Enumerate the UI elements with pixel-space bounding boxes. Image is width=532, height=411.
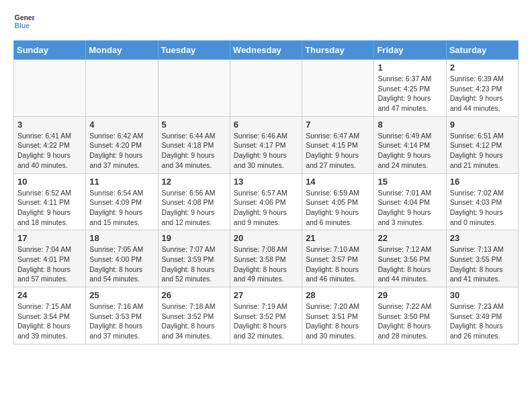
calendar-week-row: 24Sunrise: 7:15 AM Sunset: 3:54 PM Dayli…: [14, 287, 519, 345]
day-info: Sunrise: 7:10 AM Sunset: 3:57 PM Dayligh…: [306, 244, 370, 284]
calendar-cell: 30Sunrise: 7:23 AM Sunset: 3:49 PM Dayli…: [446, 287, 518, 345]
day-info: Sunrise: 7:18 AM Sunset: 3:52 PM Dayligh…: [162, 302, 226, 341]
day-info: Sunrise: 7:19 AM Sunset: 3:52 PM Dayligh…: [234, 302, 298, 341]
calendar-cell: [302, 60, 374, 117]
calendar-cell: 25Sunrise: 7:16 AM Sunset: 3:53 PM Dayli…: [86, 287, 158, 345]
calendar-week-row: 3Sunrise: 6:41 AM Sunset: 4:22 PM Daylig…: [14, 116, 519, 173]
day-info: Sunrise: 7:16 AM Sunset: 3:53 PM Dayligh…: [89, 302, 154, 341]
day-number: 4: [89, 120, 154, 130]
day-info: Sunrise: 7:15 AM Sunset: 3:54 PM Dayligh…: [17, 302, 82, 341]
day-info: Sunrise: 7:12 AM Sunset: 3:56 PM Dayligh…: [378, 244, 442, 284]
day-number: 29: [378, 290, 442, 300]
day-info: Sunrise: 7:07 AM Sunset: 3:59 PM Dayligh…: [162, 244, 226, 284]
calendar-cell: [158, 60, 230, 117]
calendar-cell: 21Sunrise: 7:10 AM Sunset: 3:57 PM Dayli…: [302, 230, 374, 287]
day-number: 20: [234, 233, 298, 243]
calendar-table: SundayMondayTuesdayWednesdayThursdayFrid…: [13, 40, 519, 345]
calendar-cell: 8Sunrise: 6:49 AM Sunset: 4:14 PM Daylig…: [374, 116, 446, 173]
calendar-cell: [86, 60, 158, 117]
calendar-cell: 16Sunrise: 7:02 AM Sunset: 4:03 PM Dayli…: [446, 173, 518, 230]
calendar-cell: 28Sunrise: 7:20 AM Sunset: 3:51 PM Dayli…: [302, 287, 374, 345]
calendar-cell: 22Sunrise: 7:12 AM Sunset: 3:56 PM Dayli…: [374, 230, 446, 287]
day-number: 16: [450, 177, 515, 187]
day-number: 15: [378, 177, 442, 187]
day-number: 19: [162, 233, 226, 243]
calendar-day-header: Monday: [86, 41, 158, 60]
day-number: 24: [17, 290, 82, 300]
calendar-cell: 26Sunrise: 7:18 AM Sunset: 3:52 PM Dayli…: [158, 287, 230, 345]
calendar-day-header: Tuesday: [158, 41, 230, 60]
calendar-day-header: Wednesday: [230, 41, 302, 60]
day-info: Sunrise: 7:04 AM Sunset: 4:01 PM Dayligh…: [17, 244, 82, 284]
day-info: Sunrise: 6:46 AM Sunset: 4:17 PM Dayligh…: [234, 131, 298, 171]
calendar-week-row: 10Sunrise: 6:52 AM Sunset: 4:11 PM Dayli…: [14, 173, 519, 230]
calendar-cell: 19Sunrise: 7:07 AM Sunset: 3:59 PM Dayli…: [158, 230, 230, 287]
calendar-day-header: Sunday: [14, 41, 86, 60]
day-info: Sunrise: 6:42 AM Sunset: 4:20 PM Dayligh…: [89, 131, 154, 171]
header: General Blue: [13, 11, 519, 32]
day-info: Sunrise: 6:51 AM Sunset: 4:12 PM Dayligh…: [450, 131, 515, 171]
day-info: Sunrise: 7:22 AM Sunset: 3:50 PM Dayligh…: [378, 302, 442, 341]
day-info: Sunrise: 7:08 AM Sunset: 3:58 PM Dayligh…: [234, 244, 298, 284]
calendar-cell: [14, 60, 86, 117]
day-info: Sunrise: 7:23 AM Sunset: 3:49 PM Dayligh…: [450, 302, 515, 341]
calendar-cell: 29Sunrise: 7:22 AM Sunset: 3:50 PM Dayli…: [374, 287, 446, 345]
calendar-cell: 24Sunrise: 7:15 AM Sunset: 3:54 PM Dayli…: [14, 287, 86, 345]
calendar-cell: 4Sunrise: 6:42 AM Sunset: 4:20 PM Daylig…: [86, 116, 158, 173]
calendar-cell: 2Sunrise: 6:39 AM Sunset: 4:23 PM Daylig…: [446, 60, 518, 117]
calendar-cell: 17Sunrise: 7:04 AM Sunset: 4:01 PM Dayli…: [14, 230, 86, 287]
calendar-cell: 10Sunrise: 6:52 AM Sunset: 4:11 PM Dayli…: [14, 173, 86, 230]
calendar-cell: 18Sunrise: 7:05 AM Sunset: 4:00 PM Dayli…: [86, 230, 158, 287]
day-number: 9: [450, 120, 515, 130]
day-number: 14: [306, 177, 370, 187]
day-info: Sunrise: 6:49 AM Sunset: 4:14 PM Dayligh…: [378, 131, 442, 171]
day-info: Sunrise: 7:02 AM Sunset: 4:03 PM Dayligh…: [450, 188, 515, 228]
day-number: 5: [162, 120, 226, 130]
day-info: Sunrise: 6:56 AM Sunset: 4:08 PM Dayligh…: [162, 188, 226, 228]
day-info: Sunrise: 7:05 AM Sunset: 4:00 PM Dayligh…: [89, 244, 154, 284]
day-number: 21: [306, 233, 370, 243]
day-info: Sunrise: 6:47 AM Sunset: 4:15 PM Dayligh…: [306, 131, 370, 171]
day-info: Sunrise: 6:37 AM Sunset: 4:25 PM Dayligh…: [378, 74, 442, 113]
day-info: Sunrise: 7:13 AM Sunset: 3:55 PM Dayligh…: [450, 244, 515, 284]
calendar-cell: 27Sunrise: 7:19 AM Sunset: 3:52 PM Dayli…: [230, 287, 302, 345]
day-number: 22: [378, 233, 442, 243]
day-info: Sunrise: 6:41 AM Sunset: 4:22 PM Dayligh…: [17, 131, 82, 171]
calendar-cell: 7Sunrise: 6:47 AM Sunset: 4:15 PM Daylig…: [302, 116, 374, 173]
day-info: Sunrise: 7:20 AM Sunset: 3:51 PM Dayligh…: [306, 302, 370, 341]
calendar-cell: 6Sunrise: 6:46 AM Sunset: 4:17 PM Daylig…: [230, 116, 302, 173]
calendar-cell: 1Sunrise: 6:37 AM Sunset: 4:25 PM Daylig…: [374, 60, 446, 117]
calendar-cell: 15Sunrise: 7:01 AM Sunset: 4:04 PM Dayli…: [374, 173, 446, 230]
calendar-day-header: Friday: [374, 41, 446, 60]
calendar-week-row: 17Sunrise: 7:04 AM Sunset: 4:01 PM Dayli…: [14, 230, 519, 287]
day-number: 26: [162, 290, 226, 300]
day-info: Sunrise: 6:52 AM Sunset: 4:11 PM Dayligh…: [17, 188, 82, 228]
day-number: 17: [17, 233, 82, 243]
day-number: 18: [89, 233, 154, 243]
page-container: General Blue SundayMondayTuesdayWednesda…: [0, 0, 532, 355]
svg-text:Blue: Blue: [15, 22, 30, 30]
day-info: Sunrise: 6:44 AM Sunset: 4:18 PM Dayligh…: [162, 131, 226, 171]
day-number: 6: [234, 120, 298, 130]
day-info: Sunrise: 6:59 AM Sunset: 4:05 PM Dayligh…: [306, 188, 370, 228]
calendar-cell: [230, 60, 302, 117]
calendar-cell: 9Sunrise: 6:51 AM Sunset: 4:12 PM Daylig…: [446, 116, 518, 173]
logo: General Blue: [13, 11, 38, 32]
day-number: 27: [234, 290, 298, 300]
day-info: Sunrise: 6:57 AM Sunset: 4:06 PM Dayligh…: [234, 188, 298, 228]
calendar-cell: 14Sunrise: 6:59 AM Sunset: 4:05 PM Dayli…: [302, 173, 374, 230]
day-number: 30: [450, 290, 515, 300]
day-number: 7: [306, 120, 370, 130]
calendar-cell: 12Sunrise: 6:56 AM Sunset: 4:08 PM Dayli…: [158, 173, 230, 230]
calendar-week-row: 1Sunrise: 6:37 AM Sunset: 4:25 PM Daylig…: [14, 60, 519, 117]
day-number: 8: [378, 120, 442, 130]
day-number: 25: [89, 290, 154, 300]
day-number: 28: [306, 290, 370, 300]
day-number: 10: [17, 177, 82, 187]
day-number: 13: [234, 177, 298, 187]
calendar-header-row: SundayMondayTuesdayWednesdayThursdayFrid…: [14, 41, 519, 60]
calendar-cell: 5Sunrise: 6:44 AM Sunset: 4:18 PM Daylig…: [158, 116, 230, 173]
day-number: 2: [450, 62, 515, 73]
day-number: 3: [17, 120, 82, 130]
day-number: 23: [450, 233, 515, 243]
